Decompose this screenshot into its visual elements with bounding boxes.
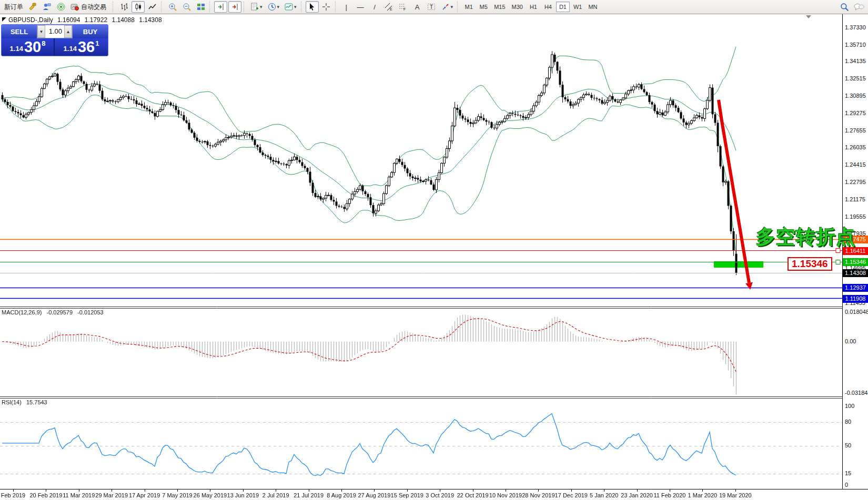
text-tool[interactable]: A [411, 1, 424, 13]
timeframe-m15[interactable]: M15 [491, 2, 508, 12]
fibonacci-tool[interactable]: F [397, 1, 410, 13]
timeframe-d1[interactable]: D1 [556, 2, 570, 12]
trade-panel-prices: 1.14 30 8 1.14 36 1 [2, 38, 108, 56]
arrows-tool[interactable]: ▾ [439, 1, 456, 13]
timeframe-m30[interactable]: M30 [509, 2, 526, 12]
toolbar-separator [113, 2, 115, 12]
equidistant-channel-tool[interactable]: E [382, 1, 396, 13]
horizontal-line-tool[interactable]: — [354, 1, 367, 13]
chart-ohlc-header: GBPUSD-,Daily 1.16094 1.17922 1.14088 1.… [8, 16, 165, 24]
toolbar-right-group [837, 1, 866, 13]
periods-button[interactable]: ▾ [266, 1, 282, 13]
zoom-in-button[interactable] [166, 1, 179, 13]
timeframe-h4[interactable]: H4 [541, 2, 555, 12]
volume-input[interactable]: 1.00 [45, 25, 64, 38]
buy-price[interactable]: 1.14 36 1 [55, 38, 108, 56]
chart-corner-icon [2, 17, 6, 22]
chart-shift-marker[interactable] [806, 15, 811, 18]
cursor-tool-button[interactable] [306, 1, 319, 13]
chart-title: GBPUSD-,Daily [8, 16, 53, 24]
date-tick-label: 29 Mar 2019 [95, 492, 128, 498]
main-toolbar: 新订单 自动交易 ▾ ▾ [0, 0, 868, 14]
ohlc-low: 1.14088 [112, 16, 135, 24]
macd-axis-label: 0.018048 [845, 309, 868, 315]
price-tick-label: 1.21175 [845, 196, 865, 202]
sell-pipette: 8 [42, 39, 45, 47]
crosshair-tool-button[interactable] [320, 1, 333, 13]
volume-increase-button[interactable]: ▲ [64, 25, 72, 38]
toolbar-separator [161, 2, 164, 12]
date-tick-label: 15 Sep 2019 [391, 492, 423, 498]
sell-button[interactable]: SELL [2, 25, 37, 38]
price-tick-label: 1.34135 [845, 58, 866, 64]
crosshair-icon [322, 3, 330, 11]
price-level-tag: 1.15346 [843, 258, 868, 266]
fibonacci-icon: F [399, 3, 407, 11]
tile-windows-button[interactable] [194, 1, 207, 13]
volume-decrease-button[interactable]: ▼ [37, 25, 45, 38]
date-tick-label: 11 Mar 2019 [63, 492, 95, 498]
date-tick-label: 11 Feb 2020 [654, 492, 686, 498]
sell-price[interactable]: 1.14 30 8 [2, 38, 55, 56]
chart-shift-button[interactable] [228, 1, 241, 13]
search-button[interactable] [838, 1, 851, 13]
price-tick-label: 1.26035 [845, 144, 866, 150]
date-tick-label: 21 Jul 2019 [294, 492, 324, 498]
autotrading-label: 自动交易 [79, 3, 108, 12]
autotrading-button[interactable]: 自动交易 [68, 1, 110, 13]
community-chat-button[interactable] [852, 1, 865, 13]
date-tick-label: 10 Nov 2019 [489, 492, 522, 498]
indicators-button[interactable]: ▾ [282, 1, 299, 13]
price-axis[interactable]: 1.373301.357101.341351.325151.308951.292… [843, 14, 868, 489]
timeframe-w1[interactable]: W1 [571, 2, 585, 12]
date-tick-label: 2 Jul 2019 [263, 492, 289, 498]
new-order-button[interactable]: 新订单 [2, 3, 25, 12]
macd-label-row: MACD(12,26,9) -0.029579 -0.012053 [2, 309, 107, 315]
bar-chart-mode-button[interactable] [117, 1, 130, 13]
price-tick-label: 1.29275 [845, 110, 866, 116]
vertical-line-tool[interactable]: | [340, 1, 353, 13]
timeframe-m5[interactable]: M5 [477, 2, 490, 12]
svg-text:F: F [403, 7, 406, 11]
market-watch-icon[interactable] [40, 1, 53, 13]
timeframe-mn[interactable]: MN [586, 2, 600, 12]
price-tick-label: 1.30895 [845, 93, 866, 99]
trade-panel-top-row: SELL ▼ 1.00 ▲ BUY [2, 25, 108, 38]
date-tick-label: 20 Feb 2019 [30, 492, 63, 498]
toolbar-separator [209, 2, 212, 12]
support-price-callout[interactable]: 1.15346 [788, 257, 832, 271]
text-label-tool[interactable]: T [425, 1, 438, 13]
line-chart-mode-button[interactable] [146, 1, 159, 13]
price-level-tag: 1.11908 [843, 295, 868, 303]
svg-text:T: T [430, 4, 433, 10]
date-tick-label: 28 Nov 2019 [522, 492, 554, 498]
chart-canvas[interactable] [0, 14, 868, 500]
zoom-out-icon [183, 3, 191, 11]
zoom-out-button[interactable] [180, 1, 193, 13]
buy-big-figure: 1.14 [64, 45, 77, 53]
auto-scroll-button[interactable] [214, 1, 227, 13]
signals-icon[interactable] [54, 1, 67, 13]
channel-icon: E [385, 3, 393, 11]
trendline-tool[interactable]: / [368, 1, 381, 13]
timeframe-m1[interactable]: M1 [462, 2, 476, 12]
buy-pips: 36 [78, 39, 95, 55]
price-tick-label: 1.35710 [845, 42, 866, 48]
new-chart-icon [250, 3, 259, 11]
buy-button[interactable]: BUY [73, 25, 108, 38]
modify-order-icon[interactable] [26, 1, 39, 13]
candlestick-mode-button[interactable] [132, 1, 145, 13]
date-tick-label: 19 Mar 2020 [719, 492, 752, 498]
zoom-in-icon [168, 3, 177, 11]
toolbar-separator [301, 2, 304, 12]
indicators-icon [285, 3, 293, 11]
date-tick-label: 26 May 2019 [194, 492, 227, 498]
date-tick-label: 7 May 2019 [162, 492, 192, 498]
macd-signal-value: -0.012053 [77, 309, 104, 315]
new-chart-button[interactable]: ▾ [248, 1, 265, 13]
dropdown-caret-icon: ▾ [277, 4, 280, 9]
rsi-axis-label: 50 [845, 442, 851, 448]
timeframe-h1[interactable]: H1 [527, 2, 540, 12]
date-tick-label: 17 Apr 2019 [129, 492, 160, 498]
dropdown-caret-icon: ▾ [260, 4, 263, 9]
